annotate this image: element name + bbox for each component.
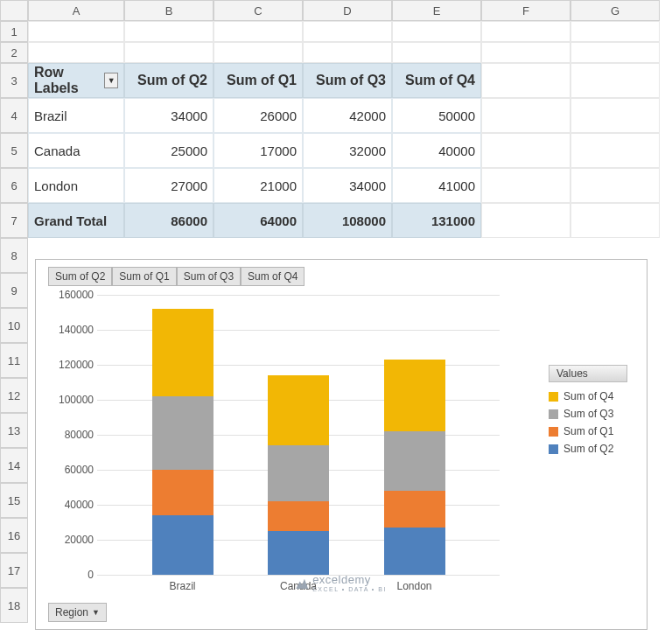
pivot-row-0-val-2[interactable]: 42000 bbox=[303, 98, 392, 133]
row-header-16[interactable]: 16 bbox=[0, 518, 28, 553]
cell-F4[interactable] bbox=[481, 98, 570, 133]
pivot-row-0-label[interactable]: Brazil bbox=[28, 98, 124, 133]
bar-segment bbox=[384, 528, 445, 575]
y-tick-label: 160000 bbox=[48, 289, 94, 301]
row-header-13[interactable]: 13 bbox=[0, 413, 28, 448]
col-header-C[interactable]: C bbox=[214, 0, 303, 21]
pivot-total-3[interactable]: 131000 bbox=[392, 203, 481, 238]
x-tick-label: London bbox=[384, 575, 445, 592]
bar-segment bbox=[268, 445, 329, 501]
chart-field-button-3[interactable]: Sum of Q4 bbox=[241, 267, 304, 286]
legend-title: Values bbox=[549, 365, 627, 382]
row-header-17[interactable]: 17 bbox=[0, 553, 28, 588]
pivot-row-2-label[interactable]: London bbox=[28, 168, 124, 203]
cell-F5[interactable] bbox=[481, 133, 570, 168]
pivot-row-1-val-0[interactable]: 25000 bbox=[124, 133, 214, 168]
pivot-chart[interactable]: Sum of Q2 Sum of Q1 Sum of Q3 Sum of Q4 … bbox=[35, 259, 648, 630]
cell-E1[interactable] bbox=[392, 21, 481, 42]
row-header-18[interactable]: 18 bbox=[0, 588, 28, 623]
row-header-3[interactable]: 3 bbox=[0, 63, 28, 98]
pivot-row-labels-text: Row Labels bbox=[34, 65, 101, 96]
cell-B1[interactable] bbox=[124, 21, 214, 42]
bar-group: London bbox=[384, 360, 445, 575]
select-all-corner[interactable] bbox=[0, 0, 28, 21]
pivot-row-1-val-2[interactable]: 32000 bbox=[303, 133, 392, 168]
row-header-7[interactable]: 7 bbox=[0, 203, 28, 238]
bar-group: Brazil bbox=[152, 309, 214, 575]
row-header-11[interactable]: 11 bbox=[0, 343, 28, 378]
region-filter-button[interactable]: Region ▼ bbox=[48, 603, 107, 622]
pivot-col-header-0[interactable]: Sum of Q2 bbox=[124, 63, 214, 98]
pivot-row-2-val-0[interactable]: 27000 bbox=[124, 168, 214, 203]
region-label: Region bbox=[55, 606, 88, 619]
pivot-row-0-val-0[interactable]: 34000 bbox=[124, 98, 214, 133]
cell-A1[interactable] bbox=[28, 21, 124, 42]
bar-segment bbox=[152, 515, 214, 575]
cell-G7[interactable] bbox=[570, 203, 660, 238]
row-header-4[interactable]: 4 bbox=[0, 98, 28, 133]
row-header-14[interactable]: 14 bbox=[0, 448, 28, 483]
pivot-row-0-val-1[interactable]: 26000 bbox=[214, 98, 303, 133]
pivot-row-2-val-1[interactable]: 21000 bbox=[214, 168, 303, 203]
pivot-total-0[interactable]: 86000 bbox=[124, 203, 214, 238]
cell-F3[interactable] bbox=[481, 63, 570, 98]
cell-E2[interactable] bbox=[392, 42, 481, 63]
pivot-row-2-val-3[interactable]: 41000 bbox=[392, 168, 481, 203]
pivot-row-1-val-1[interactable]: 17000 bbox=[214, 133, 303, 168]
cell-G5[interactable] bbox=[570, 133, 660, 168]
pivot-row-1-label[interactable]: Canada bbox=[28, 133, 124, 168]
pivot-row-labels-header[interactable]: Row Labels ▼ bbox=[28, 63, 124, 98]
row-header-6[interactable]: 6 bbox=[0, 168, 28, 203]
cell-B2[interactable] bbox=[124, 42, 214, 63]
spreadsheet-grid[interactable]: A B C D E F G 1 2 3 Row Labels ▼ Sum of … bbox=[0, 0, 672, 238]
cell-F7[interactable] bbox=[481, 203, 570, 238]
col-header-G[interactable]: G bbox=[570, 0, 660, 21]
cell-D1[interactable] bbox=[303, 21, 392, 42]
chart-field-button-0[interactable]: Sum of Q2 bbox=[48, 267, 112, 286]
cell-F1[interactable] bbox=[481, 21, 570, 42]
pivot-row-2-val-2[interactable]: 34000 bbox=[303, 168, 392, 203]
pivot-col-header-2[interactable]: Sum of Q3 bbox=[303, 63, 392, 98]
cell-C2[interactable] bbox=[214, 42, 303, 63]
row-header-9[interactable]: 9 bbox=[0, 273, 28, 308]
cell-A2[interactable] bbox=[28, 42, 124, 63]
row-header-12[interactable]: 12 bbox=[0, 378, 28, 413]
col-header-E[interactable]: E bbox=[392, 0, 481, 21]
y-tick-label: 120000 bbox=[48, 359, 94, 371]
pivot-grand-total-label[interactable]: Grand Total bbox=[28, 203, 124, 238]
legend-swatch bbox=[549, 444, 558, 454]
col-header-F[interactable]: F bbox=[481, 0, 570, 21]
col-header-B[interactable]: B bbox=[124, 0, 214, 21]
row-header-10[interactable]: 10 bbox=[0, 308, 28, 343]
row-header-8[interactable]: 8 bbox=[0, 238, 28, 273]
cell-G2[interactable] bbox=[570, 42, 660, 63]
cell-C1[interactable] bbox=[214, 21, 303, 42]
pivot-col-header-3[interactable]: Sum of Q4 bbox=[392, 63, 481, 98]
chart-field-button-1[interactable]: Sum of Q1 bbox=[112, 267, 176, 286]
cell-F6[interactable] bbox=[481, 168, 570, 203]
pivot-total-1[interactable]: 64000 bbox=[214, 203, 303, 238]
col-header-D[interactable]: D bbox=[303, 0, 392, 21]
row-header-2[interactable]: 2 bbox=[0, 42, 28, 63]
cell-G1[interactable] bbox=[570, 21, 660, 42]
cell-G6[interactable] bbox=[570, 168, 660, 203]
watermark-sub: EXCEL • DATA • BI bbox=[312, 586, 387, 592]
col-header-A[interactable]: A bbox=[28, 0, 124, 21]
pivot-total-2[interactable]: 108000 bbox=[303, 203, 392, 238]
pivot-row-0-val-3[interactable]: 50000 bbox=[392, 98, 481, 133]
pivot-row-1-val-3[interactable]: 40000 bbox=[392, 133, 481, 168]
cell-D2[interactable] bbox=[303, 42, 392, 63]
legend-label: Sum of Q2 bbox=[564, 443, 613, 455]
legend-swatch bbox=[549, 427, 558, 437]
row-header-5[interactable]: 5 bbox=[0, 133, 28, 168]
y-tick-label: 80000 bbox=[48, 429, 94, 441]
row-header-1[interactable]: 1 bbox=[0, 21, 28, 42]
chart-plot-area: BrazilCanadaLondon bbox=[97, 295, 500, 575]
chart-field-button-2[interactable]: Sum of Q3 bbox=[177, 267, 241, 286]
cell-G4[interactable] bbox=[570, 98, 660, 133]
cell-G3[interactable] bbox=[570, 63, 660, 98]
cell-F2[interactable] bbox=[481, 42, 570, 63]
row-header-15[interactable]: 15 bbox=[0, 483, 28, 518]
dropdown-icon[interactable]: ▼ bbox=[104, 73, 118, 88]
pivot-col-header-1[interactable]: Sum of Q1 bbox=[214, 63, 303, 98]
